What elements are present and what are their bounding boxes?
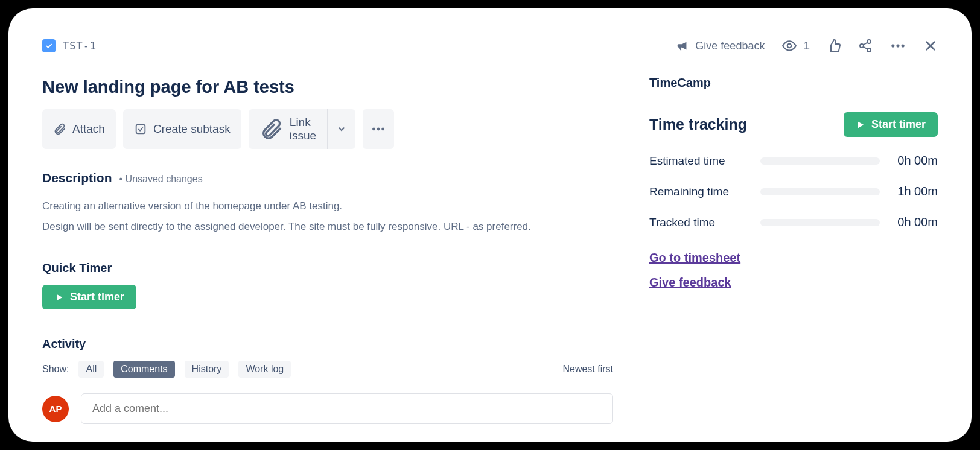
remaining-value: 1h 00m — [889, 185, 938, 198]
svg-line-5 — [864, 47, 868, 49]
description-line: Creating an alternative version of the h… — [42, 196, 613, 217]
tab-worklog[interactable]: Work log — [238, 361, 291, 378]
remaining-row: Remaining time 1h 00m — [649, 185, 938, 198]
estimated-value: 0h 00m — [889, 154, 938, 168]
link-issue-label: Link issue — [290, 116, 316, 142]
comment-row: AP — [42, 393, 613, 424]
tab-history[interactable]: History — [185, 361, 229, 378]
eye-icon — [781, 38, 797, 54]
avatar[interactable]: AP — [42, 396, 69, 422]
svg-point-13 — [377, 128, 380, 131]
svg-rect-11 — [136, 125, 145, 134]
svg-point-1 — [867, 40, 871, 43]
estimated-row: Estimated time 0h 00m — [649, 154, 938, 168]
top-bar: TST-1 Give feedback 1 — [42, 37, 938, 54]
unsaved-indicator: • Unsaved changes — [119, 174, 203, 185]
play-icon — [54, 293, 64, 302]
estimated-bar — [760, 157, 880, 165]
quick-timer-button-label: Start timer — [70, 291, 124, 303]
activity-heading: Activity — [42, 337, 613, 351]
create-subtask-label: Create subtask — [153, 122, 231, 136]
description-line: Design will be sent directly to the assi… — [42, 217, 613, 237]
create-subtask-button[interactable]: Create subtask — [123, 109, 241, 149]
quick-timer-start-button[interactable]: Start timer — [42, 285, 136, 309]
tracked-label: Tracked time — [649, 216, 751, 229]
paperclip-icon — [53, 122, 66, 136]
link-issue-dropdown[interactable] — [327, 109, 355, 149]
issue-window: TST-1 Give feedback 1 — [8, 8, 972, 442]
watch-count: 1 — [803, 39, 810, 52]
tracked-row: Tracked time 0h 00m — [649, 215, 938, 229]
share-icon — [858, 39, 873, 53]
issue-key: TST-1 — [63, 40, 97, 52]
svg-point-12 — [372, 128, 375, 131]
main-column: New landing page for AB tests Attach Cre… — [42, 37, 649, 417]
dots-horizontal-icon — [889, 37, 906, 54]
activity-section: Activity Show: All Comments History Work… — [42, 337, 613, 424]
chevron-down-icon — [336, 124, 347, 135]
give-feedback-button[interactable]: Give feedback — [676, 39, 765, 52]
timesheet-link[interactable]: Go to timesheet — [649, 251, 938, 265]
close-icon — [923, 39, 938, 53]
svg-point-2 — [860, 44, 864, 48]
remaining-label: Remaining time — [649, 185, 751, 198]
megaphone-icon — [676, 39, 689, 52]
attach-label: Attach — [72, 122, 105, 136]
comment-input[interactable] — [81, 393, 613, 424]
side-links: Go to timesheet Give feedback — [649, 251, 938, 290]
watchers-button[interactable]: 1 — [781, 38, 810, 54]
close-button[interactable] — [923, 39, 938, 53]
svg-point-14 — [381, 128, 384, 131]
tracked-bar — [760, 219, 880, 226]
svg-marker-15 — [57, 294, 62, 300]
show-label: Show: — [42, 364, 69, 375]
tab-all[interactable]: All — [78, 361, 104, 378]
sort-toggle[interactable]: Newest first — [562, 364, 613, 375]
task-type-icon — [42, 39, 56, 52]
like-button[interactable] — [827, 39, 841, 53]
link-icon — [259, 117, 284, 141]
svg-point-3 — [867, 48, 871, 52]
description-body[interactable]: Creating an alternative version of the h… — [42, 196, 613, 237]
activity-tabs-row: Show: All Comments History Work log Newe… — [42, 361, 613, 378]
side-start-timer-button[interactable]: Start timer — [844, 112, 938, 137]
attach-button[interactable]: Attach — [42, 109, 116, 149]
svg-line-4 — [864, 43, 868, 45]
issue-title[interactable]: New landing page for AB tests — [42, 77, 613, 97]
link-issue-group: Link issue — [249, 109, 356, 149]
side-feedback-link[interactable]: Give feedback — [649, 276, 938, 290]
side-start-label: Start timer — [871, 118, 926, 131]
side-app-title: TimeCamp — [649, 76, 938, 100]
thumbs-up-icon — [827, 39, 841, 53]
issue-breadcrumb[interactable]: TST-1 — [42, 39, 97, 52]
svg-point-7 — [896, 44, 899, 47]
side-panel: TimeCamp Time tracking Start timer Estim… — [649, 37, 938, 417]
share-button[interactable] — [858, 39, 873, 53]
quick-timer-heading: Quick Timer — [42, 261, 613, 275]
subtask-icon — [134, 122, 147, 136]
more-actions-button[interactable] — [889, 37, 906, 54]
link-issue-button[interactable]: Link issue — [249, 109, 328, 149]
dots-horizontal-icon — [371, 121, 386, 137]
description-heading: Description — [42, 171, 112, 185]
play-icon — [856, 120, 865, 130]
estimated-label: Estimated time — [649, 154, 751, 168]
svg-point-0 — [788, 44, 792, 48]
svg-marker-16 — [858, 121, 864, 128]
action-row: Attach Create subtask Link issue — [42, 109, 613, 149]
svg-point-8 — [902, 44, 905, 47]
tracked-value: 0h 00m — [889, 215, 938, 229]
top-actions: Give feedback 1 — [676, 37, 938, 54]
time-tracking-heading: Time tracking — [649, 116, 747, 133]
time-tracking-header: Time tracking Start timer — [649, 112, 938, 137]
svg-point-6 — [891, 44, 894, 47]
feedback-label: Give feedback — [695, 40, 765, 52]
description-header: Description • Unsaved changes — [42, 171, 613, 185]
tab-comments[interactable]: Comments — [113, 361, 174, 378]
remaining-bar — [760, 188, 880, 195]
more-toolbar-button[interactable] — [363, 109, 394, 149]
